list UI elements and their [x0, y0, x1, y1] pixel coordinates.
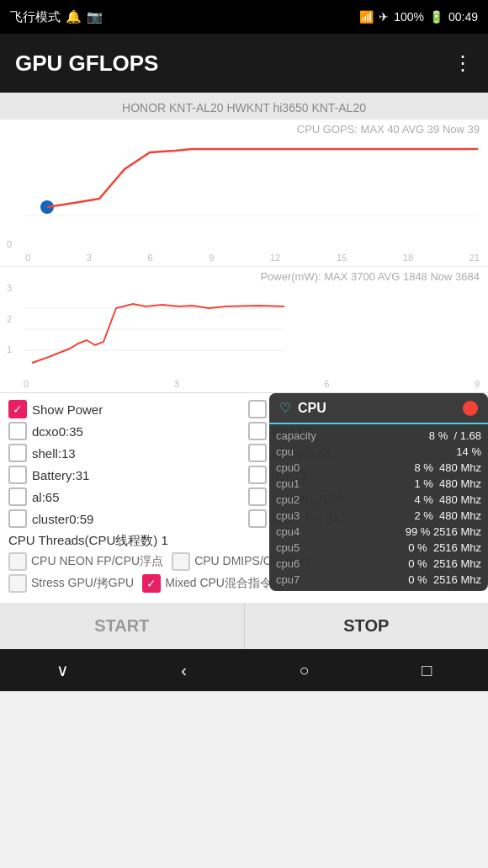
stop-button[interactable]: STOP	[245, 603, 489, 649]
option-cpu-neon[interactable]: CPU NEON FP/CPU浮点	[8, 552, 163, 571]
cb-shell-box[interactable]	[8, 444, 27, 462]
cb-stress-gpu-label: Stress GPU/拷GPU	[31, 576, 134, 591]
cb-system_h-box[interactable]	[248, 487, 267, 506]
cb-show-power-box[interactable]: ✓	[8, 400, 27, 418]
cpu-row-capacity: capacity 8 % / 1.68	[276, 428, 481, 444]
checkbox-battery[interactable]: Battery:31	[8, 466, 240, 484]
cpu-header-left: ♡ CPU	[279, 400, 326, 416]
chart2-container: 3 2 1 0 3 6 9	[0, 283, 488, 392]
battery-icon: 🔋	[429, 10, 443, 24]
cb-flash_led-box[interactable]	[248, 509, 267, 528]
nav-down-icon[interactable]: ∨	[56, 660, 69, 680]
cb-shell-label: shell:13	[32, 446, 76, 461]
status-bar: 飞行模式 🔔 📷 📶 ✈ 100% 🔋 00:49	[0, 0, 488, 34]
chart2-label: Power(mW): MAX 3700 AVG 1848 Now 3684	[0, 267, 488, 283]
cpu-row-cpu1: cpu1 1 % 480 Mhz	[276, 476, 481, 492]
chart2-svg	[24, 283, 284, 375]
bottom-buttons: START STOP	[0, 603, 488, 649]
checkbox-dcxo0[interactable]: dcxo0:35	[8, 422, 240, 440]
cb-ddr-box[interactable]	[248, 466, 267, 484]
chart2-yaxis: 3 2 1	[7, 283, 12, 375]
cb-cluster0-box[interactable]	[8, 509, 27, 528]
cb-stress-gpu-box[interactable]	[8, 574, 27, 593]
cb-mixed-cpu-box[interactable]: ✓	[142, 574, 161, 593]
status-left: 飞行模式 🔔 📷	[10, 9, 103, 25]
cpu-popup-title: CPU	[298, 401, 326, 416]
notification-icon1: 🔔	[66, 9, 82, 24]
cpu-row-cpu3: cpu3 2 % 480 Mhz	[276, 508, 481, 524]
cb-cpu-neon-label: CPU NEON FP/CPU浮点	[31, 554, 163, 569]
status-flight-mode: 飞行模式	[10, 9, 61, 25]
cb-modem-box[interactable]	[248, 444, 267, 462]
cpu-row-cpu6: cpu6 0 % 2516 Mhz	[276, 556, 481, 572]
status-right: 📶 ✈ 100% 🔋 00:49	[359, 10, 478, 24]
cb-cluster0-label: cluster0:59	[32, 512, 93, 526]
airplane-icon: ✈	[379, 10, 389, 24]
chart2-xaxis: 0 3 6 9	[24, 379, 480, 389]
cb-gpu-box[interactable]	[248, 422, 267, 440]
system-nav-bar: ∨ ‹ ○ □	[0, 649, 488, 691]
checkbox-shell[interactable]: shell:13	[8, 444, 240, 462]
cb-cluster1-box[interactable]	[248, 400, 267, 418]
cpu-row-cpu: cpu 14 %	[276, 444, 481, 460]
device-name: HONOR KNT-AL20 HWKNT hi3650 KNT-AL20	[0, 93, 488, 120]
checkbox-cluster0[interactable]: cluster0:59	[8, 509, 240, 528]
chart1-container: 0 0 3 6 9 12 15 18 21	[0, 136, 488, 266]
cpu-popup: ♡ CPU capacity 8 % / 1.68 cpu 14 % cpu0 …	[269, 393, 488, 591]
chart1-svg	[24, 136, 478, 249]
cb-mixed-cpu-label: Mixed CPU混合指令	[165, 576, 272, 591]
nav-recent-icon[interactable]: □	[422, 661, 432, 680]
cb-al-box[interactable]	[8, 487, 27, 506]
option-mixed-cpu[interactable]: ✓ Mixed CPU混合指令	[142, 574, 272, 593]
cpu-popup-header: ♡ CPU	[269, 393, 488, 424]
cb-cpu-dmips-box[interactable]	[172, 552, 190, 571]
controls-area: ♡ CPU capacity 8 % / 1.68 cpu 14 % cpu0 …	[0, 392, 488, 603]
cb-dcxo0-box[interactable]	[8, 422, 27, 440]
chart-area-2: Power(mW): MAX 3700 AVG 1848 Now 3684 3 …	[0, 266, 488, 392]
time-text: 00:49	[448, 10, 478, 24]
signal-icon: 📶	[359, 10, 374, 24]
cpu-row-cpu0: cpu0 8 % 480 Mhz	[276, 460, 481, 476]
cb-battery-box[interactable]	[8, 466, 27, 484]
chart1-xaxis: 0 3 6 9 12 15 18 21	[25, 253, 480, 263]
notification-icon2: 📷	[87, 9, 103, 24]
app-title: GPU GFLOPS	[15, 51, 158, 77]
nav-home-icon[interactable]: ○	[300, 661, 310, 680]
cb-dcxo0-label: dcxo0:35	[32, 424, 83, 439]
chart1-yaxis: 0	[7, 136, 12, 249]
start-button[interactable]: START	[0, 603, 245, 649]
cb-cpu-neon-box[interactable]	[8, 552, 27, 571]
cpu-heart-icon: ♡	[279, 400, 291, 416]
checkbox-show-power[interactable]: ✓ Show Power	[8, 400, 240, 418]
cb-show-power-label: Show Power	[32, 402, 103, 417]
battery-text: 100%	[394, 10, 424, 24]
checkbox-al[interactable]: al:65	[8, 487, 240, 506]
option-stress-gpu[interactable]: Stress GPU/拷GPU	[8, 574, 134, 593]
app-bar: GPU GFLOPS ⋮	[0, 34, 488, 93]
chart-area-1: CPU GOPS: MAX 40 AVG 39 Now 39 0 0 3 6 9…	[0, 120, 488, 266]
cb-battery-label: Battery:31	[32, 468, 89, 482]
cpu-row-cpu7: cpu7 0 % 2516 Mhz	[276, 572, 481, 588]
cpu-row-cpu5: cpu5 0 % 2516 Mhz	[276, 540, 481, 556]
cpu-row-cpu4: cpu4 99 % 2516 Mhz	[276, 524, 481, 540]
more-menu-button[interactable]: ⋮	[453, 51, 473, 75]
chart1-label: CPU GOPS: MAX 40 AVG 39 Now 39	[0, 120, 488, 136]
cb-al-label: al:65	[32, 490, 60, 504]
nav-back-icon[interactable]: ‹	[181, 661, 187, 680]
cpu-record-button[interactable]	[463, 401, 478, 416]
cpu-row-cpu2: cpu2 4 % 480 Mhz	[276, 492, 481, 508]
cpu-table: capacity 8 % / 1.68 cpu 14 % cpu0 8 % 48…	[269, 424, 488, 591]
